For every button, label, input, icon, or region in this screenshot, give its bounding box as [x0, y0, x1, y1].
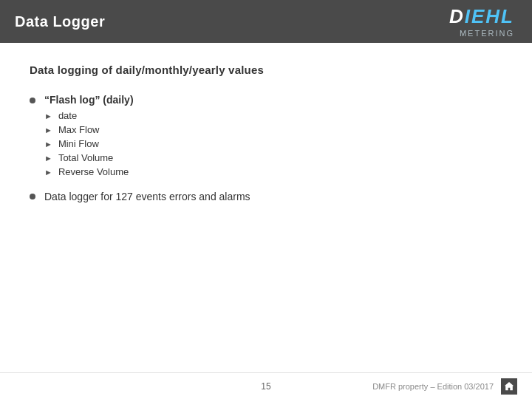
data-logger-label: Data logger for 127 events errors and al… [44, 191, 250, 202]
sub-item-label: Total Volume [58, 152, 113, 163]
list-item: ► Reverse Volume [44, 166, 134, 177]
footer-copyright: DMFR property – Edition 03/2017 [372, 382, 494, 391]
bullet-dot [30, 98, 35, 103]
arrow-icon: ► [44, 112, 52, 120]
header-title: Data Logger [15, 13, 105, 30]
sub-item-label: Max Flow [58, 124, 100, 135]
footer-page-number: 15 [183, 381, 350, 392]
home-icon [504, 381, 514, 392]
footer-right: DMFR property – Edition 03/2017 [349, 378, 517, 395]
list-item: “Flash log” (daily) ► date ► Max Flow ► [30, 94, 502, 180]
header: Data Logger D IEHL Metering [0, 0, 532, 43]
logo-metering: Metering [460, 29, 514, 38]
bullet-content: “Flash log” (daily) ► date ► Max Flow ► [44, 94, 134, 180]
list-item: Data logger for 127 events errors and al… [30, 191, 502, 202]
section-title: Data logging of daily/monthly/yearly val… [30, 64, 502, 76]
list-item: ► date [44, 110, 134, 121]
arrow-icon: ► [44, 126, 52, 134]
arrow-icon: ► [44, 168, 52, 177]
logo-diehl: D IEHL [449, 5, 514, 28]
main-content: Data logging of daily/monthly/yearly val… [0, 43, 532, 372]
home-button[interactable] [501, 378, 517, 395]
sub-item-label: date [58, 110, 77, 121]
list-item: ► Max Flow [44, 124, 134, 135]
sub-item-label: Reverse Volume [58, 166, 129, 177]
sub-item-label: Mini Flow [58, 138, 99, 149]
bullet-list: “Flash log” (daily) ► date ► Max Flow ► [30, 94, 502, 210]
arrow-icon: ► [44, 154, 52, 163]
logo-iehl: IEHL [465, 5, 514, 28]
logo-area: D IEHL Metering [449, 5, 514, 38]
logo-d: D [449, 5, 465, 28]
bullet-dot [30, 194, 35, 200]
sub-list: ► date ► Max Flow ► Mini Flow ► [44, 110, 134, 180]
list-item: ► Mini Flow [44, 138, 134, 149]
arrow-icon: ► [44, 140, 52, 149]
slide: Data Logger D IEHL Metering Data logging… [0, 0, 532, 399]
footer: 15 DMFR property – Edition 03/2017 [0, 372, 532, 399]
list-item: ► Total Volume [44, 152, 134, 163]
flash-log-label: “Flash log” (daily) [44, 94, 134, 106]
